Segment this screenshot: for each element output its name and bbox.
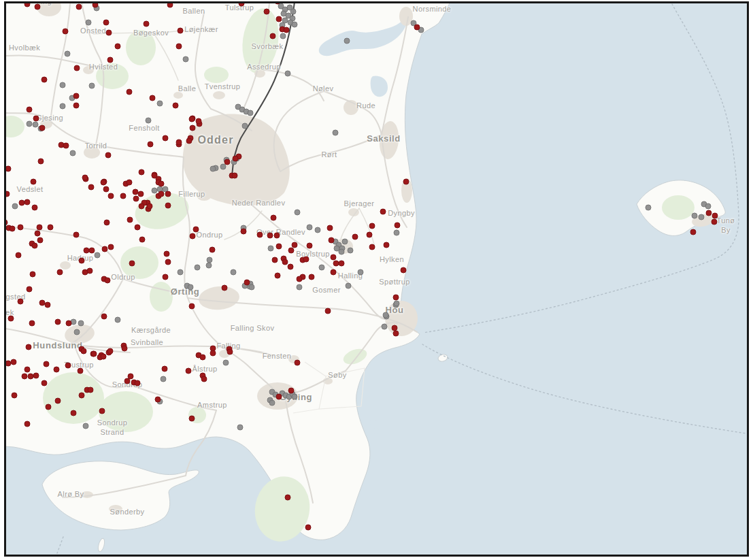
red-marker[interactable] <box>186 138 193 144</box>
red-marker[interactable] <box>35 231 41 237</box>
red-marker[interactable] <box>65 363 71 369</box>
red-marker[interactable] <box>288 248 295 254</box>
red-marker[interactable] <box>24 3 31 7</box>
gray-marker[interactable] <box>161 376 167 382</box>
red-marker[interactable] <box>79 393 85 399</box>
red-marker[interactable] <box>200 355 206 361</box>
red-marker[interactable] <box>186 368 192 374</box>
gray-marker[interactable] <box>74 329 80 335</box>
red-marker[interactable] <box>138 191 144 197</box>
red-marker[interactable] <box>189 303 195 310</box>
gray-marker[interactable] <box>27 121 33 127</box>
red-marker[interactable] <box>276 244 282 250</box>
red-marker[interactable] <box>712 213 718 219</box>
red-marker[interactable] <box>267 233 273 239</box>
red-marker[interactable] <box>37 225 43 231</box>
red-marker[interactable] <box>309 274 315 280</box>
gray-marker[interactable] <box>268 246 274 252</box>
red-marker[interactable] <box>107 57 114 63</box>
red-marker[interactable] <box>89 248 95 254</box>
gray-marker[interactable] <box>146 118 152 124</box>
gray-marker[interactable] <box>60 82 66 88</box>
gray-marker[interactable] <box>86 20 92 26</box>
red-marker[interactable] <box>45 302 51 308</box>
red-marker[interactable] <box>196 118 202 125</box>
gray-marker[interactable] <box>315 227 321 233</box>
red-marker[interactable] <box>139 203 145 210</box>
red-marker[interactable] <box>271 215 277 221</box>
red-marker[interactable] <box>10 226 16 232</box>
red-marker[interactable] <box>41 380 48 386</box>
red-marker[interactable] <box>22 374 28 380</box>
red-marker[interactable] <box>12 393 18 399</box>
red-marker[interactable] <box>147 203 153 210</box>
red-marker[interactable] <box>352 234 358 240</box>
gray-marker[interactable] <box>195 265 201 271</box>
gray-marker[interactable] <box>383 312 389 318</box>
red-marker[interactable] <box>712 219 718 225</box>
gray-marker[interactable] <box>342 239 348 245</box>
red-marker[interactable] <box>106 30 112 36</box>
red-marker[interactable] <box>395 223 401 229</box>
red-marker[interactable] <box>135 380 141 386</box>
gray-marker[interactable] <box>307 225 313 231</box>
red-marker[interactable] <box>325 308 331 314</box>
gray-marker[interactable] <box>249 284 255 291</box>
red-marker[interactable] <box>272 257 278 263</box>
red-marker[interactable] <box>24 421 31 427</box>
red-marker[interactable] <box>18 299 24 305</box>
red-marker[interactable] <box>73 232 80 238</box>
gray-marker[interactable] <box>183 56 189 63</box>
gray-marker[interactable] <box>206 263 212 269</box>
gray-marker[interactable] <box>394 301 400 307</box>
red-marker[interactable] <box>32 205 38 211</box>
red-marker[interactable] <box>329 237 335 244</box>
red-marker[interactable] <box>127 217 133 223</box>
red-marker[interactable] <box>41 77 48 83</box>
gray-marker[interactable] <box>319 265 325 271</box>
red-marker[interactable] <box>139 169 145 176</box>
red-marker[interactable] <box>104 220 110 226</box>
red-marker[interactable] <box>29 320 35 327</box>
gray-marker[interactable] <box>115 317 121 323</box>
red-marker[interactable] <box>284 27 290 33</box>
gray-marker[interactable] <box>295 210 301 216</box>
gray-marker[interactable] <box>60 103 66 110</box>
red-marker[interactable] <box>124 378 131 384</box>
red-marker[interactable] <box>190 125 196 131</box>
red-marker[interactable] <box>158 191 165 197</box>
red-marker[interactable] <box>222 285 228 291</box>
gray-marker[interactable] <box>248 110 254 116</box>
red-marker[interactable] <box>155 397 161 403</box>
red-marker[interactable] <box>210 350 216 357</box>
red-marker[interactable] <box>133 196 139 202</box>
red-marker[interactable] <box>101 180 107 186</box>
red-marker[interactable] <box>210 247 216 253</box>
gray-marker[interactable] <box>78 320 84 327</box>
red-marker[interactable] <box>276 394 282 400</box>
red-marker[interactable] <box>227 349 233 355</box>
red-marker[interactable] <box>37 237 44 244</box>
gray-marker[interactable] <box>210 166 216 172</box>
red-marker[interactable] <box>24 367 31 373</box>
gray-marker[interactable] <box>70 150 76 157</box>
red-marker[interactable] <box>108 244 114 250</box>
red-marker[interactable] <box>270 33 276 39</box>
red-marker[interactable] <box>107 348 114 355</box>
red-marker[interactable] <box>152 173 158 179</box>
gray-marker[interactable] <box>348 248 354 254</box>
red-marker[interactable] <box>79 258 85 264</box>
red-marker[interactable] <box>706 210 712 216</box>
gray-marker[interactable] <box>242 123 248 129</box>
red-marker[interactable] <box>31 179 37 185</box>
red-marker[interactable] <box>27 107 33 113</box>
red-marker[interactable] <box>163 274 169 280</box>
red-marker[interactable] <box>393 331 399 337</box>
red-marker[interactable] <box>189 416 195 422</box>
gray-marker[interactable] <box>394 230 400 236</box>
red-marker[interactable] <box>384 242 390 248</box>
red-marker[interactable] <box>35 4 41 10</box>
red-marker[interactable] <box>275 273 281 279</box>
red-marker[interactable] <box>307 243 313 249</box>
gray-marker[interactable] <box>339 249 345 255</box>
